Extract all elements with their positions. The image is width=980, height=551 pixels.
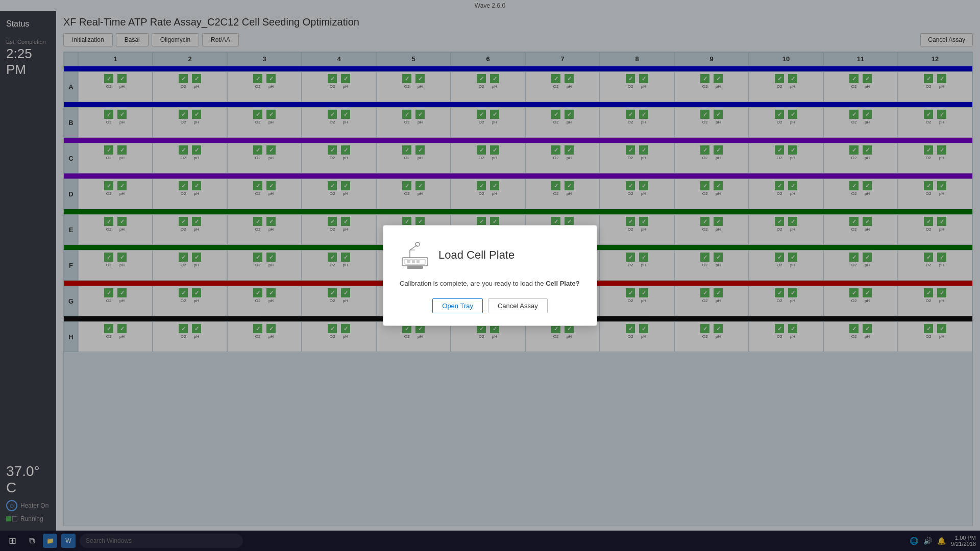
svg-point-7: [415, 242, 420, 246]
svg-rect-2: [407, 260, 410, 263]
modal-actions: Open Tray Cancel Assay: [400, 298, 580, 313]
modal-overlay: Load Cell Plate Calibration is complete,…: [0, 0, 980, 551]
open-tray-button[interactable]: Open Tray: [432, 298, 483, 313]
modal-header: Load Cell Plate: [400, 240, 580, 270]
svg-rect-3: [412, 260, 415, 263]
instrument-icon: [400, 240, 430, 270]
svg-rect-4: [416, 260, 420, 263]
modal-body-bold: Cell Plate?: [546, 280, 579, 287]
load-cell-plate-modal: Load Cell Plate Calibration is complete,…: [383, 225, 597, 327]
modal-body: Calibration is complete, are you ready t…: [400, 279, 580, 289]
modal-body-text: Calibration is complete, are you ready t…: [400, 280, 544, 287]
svg-rect-9: [407, 266, 423, 269]
modal-cancel-assay-button[interactable]: Cancel Assay: [488, 298, 548, 313]
modal-title: Load Cell Plate: [438, 248, 514, 262]
